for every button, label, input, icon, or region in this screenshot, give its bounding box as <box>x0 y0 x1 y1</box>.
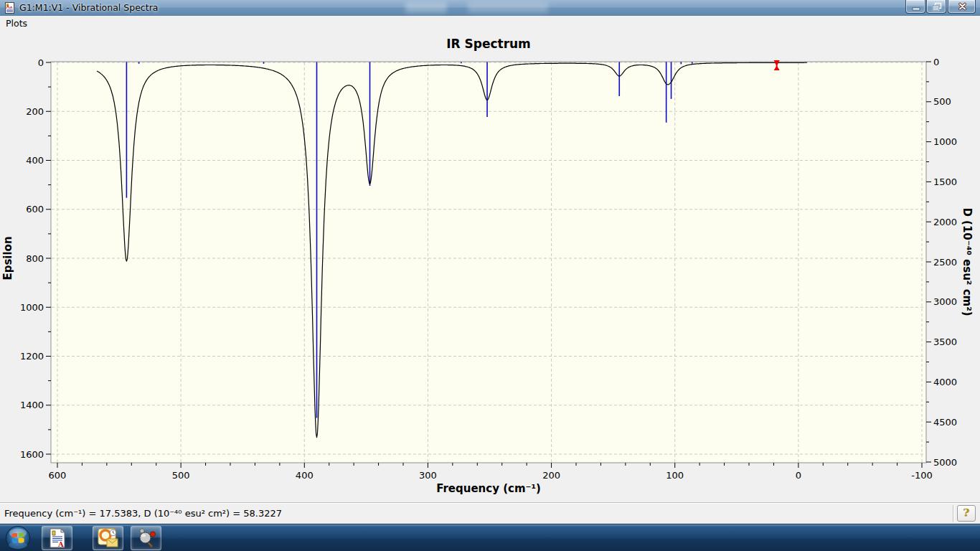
y-right-tick-label: 2500 <box>933 257 957 268</box>
y-left-tick-label: 800 <box>26 253 44 264</box>
plot-area[interactable] <box>51 62 926 463</box>
y-left-tick-label: 1000 <box>20 302 44 313</box>
y-right-tick-label: 4500 <box>933 417 957 428</box>
y-right-tick-label: 500 <box>933 96 951 107</box>
menu-bar: Plots <box>0 16 980 30</box>
restore-button[interactable] <box>926 0 946 14</box>
svg-text:A: A <box>57 540 64 548</box>
close-button[interactable] <box>948 0 976 14</box>
help-button[interactable]: ? <box>957 505 976 522</box>
y-right-tick-label: 3500 <box>933 336 957 347</box>
y-right-tick-label: 1000 <box>933 136 957 147</box>
status-bar: Frequency (cm⁻¹) = 17.5383, D (10⁻⁴⁰ esu… <box>0 502 980 524</box>
start-button[interactable] <box>5 525 31 551</box>
y-right-tick-label: 1500 <box>933 176 957 187</box>
right-y-axis-title: D (10⁻⁴⁰ esu² cm²) <box>959 183 974 341</box>
y-left-tick-label: 600 <box>26 204 44 215</box>
x-tick-label: 400 <box>296 470 314 481</box>
left-y-axis-title: Epsilon <box>1 230 16 287</box>
close-icon <box>948 0 976 14</box>
cursor-readout-text: Frequency (cm⁻¹) = 17.5383, D (10⁻⁴⁰ esu… <box>4 508 282 519</box>
molecule-search-icon <box>136 528 156 548</box>
y-right-tick-label: 4000 <box>933 377 957 387</box>
desktop-screen: 6005004003002001000-10002004006008001000… <box>0 0 980 551</box>
menu-item-plots[interactable]: Plots <box>0 17 33 31</box>
window-titlebar[interactable]: G1:M1:V1 - Vibrational Spectra <box>0 0 980 16</box>
window-title: G1:M1:V1 - Vibrational Spectra <box>19 2 158 13</box>
x-tick-label: -100 <box>911 470 933 481</box>
x-tick-label: 600 <box>49 470 67 481</box>
minimize-button[interactable] <box>905 0 925 14</box>
y-left-tick-label: 0 <box>38 57 44 68</box>
titlebar-glass-reflection <box>405 2 447 13</box>
y-right-tick-label: 2000 <box>933 217 957 227</box>
ir-spectrum-chart: 6005004003002001000-10002004006008001000… <box>0 0 980 551</box>
restore-icon <box>927 0 947 14</box>
x-tick-label: 100 <box>666 470 684 481</box>
y-left-tick-label: 1200 <box>20 351 44 362</box>
taskbar-app-outlook[interactable] <box>93 526 123 550</box>
y-right-tick-label: 5000 <box>933 457 957 468</box>
x-tick-label: 200 <box>542 470 560 481</box>
y-right-tick-label: 3000 <box>933 296 957 307</box>
taskbar-app-text-document[interactable]: A <box>42 526 72 550</box>
y-left-tick-label: 400 <box>26 155 44 166</box>
chart-title: IR Spectrum <box>51 37 926 51</box>
minimize-icon <box>906 0 926 14</box>
y-left-tick-label: 1400 <box>20 400 44 410</box>
y-left-tick-label: 1600 <box>20 449 44 460</box>
x-tick-label: 500 <box>172 470 190 481</box>
x-axis-title: Frequency (cm⁻¹) <box>51 482 926 495</box>
x-tick-label: 0 <box>796 470 801 481</box>
status-separator <box>953 505 954 522</box>
taskbar-app-molecule-viewer[interactable] <box>131 526 161 550</box>
taskbar: A ▲ <box>0 524 980 551</box>
spectrum-document-icon <box>4 2 16 14</box>
x-tick-label: 300 <box>419 470 437 481</box>
y-left-tick-label: 200 <box>26 106 44 117</box>
titlebar-glass-reflection <box>468 2 548 13</box>
outlook-icon <box>98 528 119 548</box>
text-document-icon: A <box>48 528 67 548</box>
y-right-tick-label: 0 <box>933 57 939 67</box>
